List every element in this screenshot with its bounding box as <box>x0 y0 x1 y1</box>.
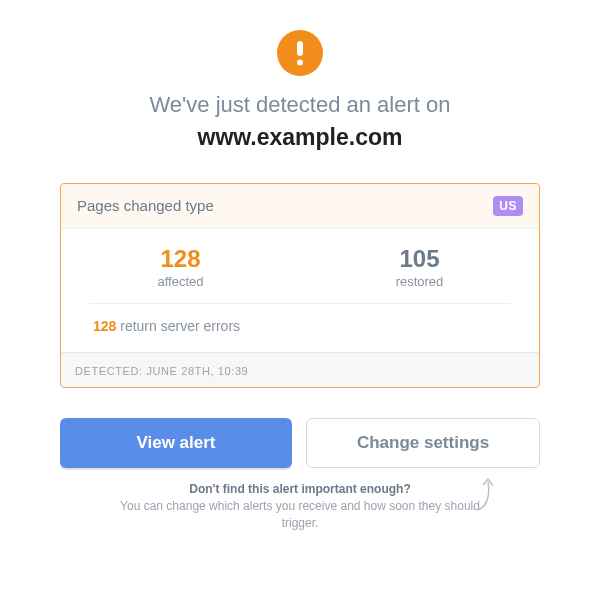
hint-block: Don't find this alert important enough? … <box>60 482 540 532</box>
affected-count: 128 <box>61 247 300 271</box>
headline: We've just detected an alert on www.exam… <box>60 90 540 153</box>
headline-prefix: We've just detected an alert on <box>150 92 451 117</box>
restored-count: 105 <box>300 247 539 271</box>
alert-notification: We've just detected an alert on www.exam… <box>0 0 600 551</box>
affected-label: affected <box>61 274 300 289</box>
alert-card: Pages changed type US 128 affected 105 r… <box>60 183 540 388</box>
detail-line: 128 return server errors <box>89 303 511 352</box>
hint-title: Don't find this alert important enough? <box>120 482 480 496</box>
detail-text: return server errors <box>120 318 240 334</box>
change-settings-button[interactable]: Change settings <box>306 418 540 468</box>
card-title: Pages changed type <box>77 197 214 214</box>
alert-icon <box>277 30 323 76</box>
stat-affected: 128 affected <box>61 247 300 289</box>
stat-restored: 105 restored <box>300 247 539 289</box>
detail-count: 128 <box>93 318 116 334</box>
svg-rect-0 <box>297 41 303 56</box>
pointer-arrow-icon <box>474 476 496 516</box>
headline-site: www.example.com <box>60 122 540 153</box>
view-alert-button[interactable]: View alert <box>60 418 292 468</box>
restored-label: restored <box>300 274 539 289</box>
action-row: View alert Change settings <box>60 418 540 468</box>
hint-body: You can change which alerts you receive … <box>120 498 480 532</box>
region-badge: US <box>493 196 523 216</box>
stats-row: 128 affected 105 restored <box>61 229 539 303</box>
detected-timestamp: DETECTED: JUNE 28TH, 10:39 <box>75 365 248 377</box>
svg-point-1 <box>297 60 303 66</box>
card-header: Pages changed type US <box>61 184 539 229</box>
card-footer: DETECTED: JUNE 28TH, 10:39 <box>61 352 539 387</box>
